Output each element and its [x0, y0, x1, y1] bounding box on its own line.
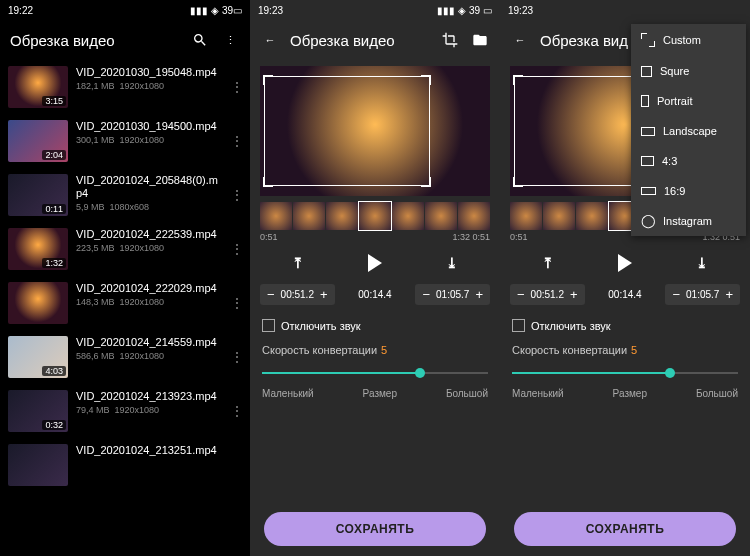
plus-icon[interactable]: +	[318, 287, 330, 302]
page-title: Обрезка видео	[10, 32, 180, 49]
landscape-icon	[641, 127, 655, 136]
signal-icon: ▮▮▮	[190, 5, 208, 16]
video-filename: VID_20201024_222539.mp4	[76, 228, 222, 241]
item-more-icon[interactable]: ⋮	[230, 403, 242, 419]
plus-icon[interactable]: +	[473, 287, 485, 302]
time-start: 0:51	[510, 232, 528, 242]
folder-icon[interactable]	[470, 30, 490, 50]
minus-icon[interactable]: −	[265, 287, 277, 302]
video-item[interactable]: 3:15 VID_20201030_195048.mp4182,1 MB 192…	[0, 60, 250, 114]
search-icon[interactable]	[190, 30, 210, 50]
duration-badge: 4:03	[42, 366, 66, 376]
video-item[interactable]: 0:32 VID_20201024_213923.mp479,4 MB 1920…	[0, 384, 250, 438]
skip-end-icon[interactable]: ⤓	[696, 255, 708, 271]
more-icon[interactable]: ⋮	[220, 30, 240, 50]
video-item[interactable]: 0:11 VID_20201024_205848(0).mp45,9 MB 10…	[0, 168, 250, 222]
ratio-16-9-icon	[641, 187, 656, 195]
item-more-icon[interactable]: ⋮	[230, 79, 242, 95]
save-button[interactable]: СОХРАНЯТЬ	[264, 512, 486, 546]
item-more-icon[interactable]: ⋮	[230, 133, 242, 149]
status-bar: 19:23	[500, 0, 750, 20]
aspect-custom[interactable]: Custom	[631, 24, 746, 56]
back-icon[interactable]: ←	[260, 30, 280, 50]
aspect-landscape[interactable]: Landscape	[631, 116, 746, 146]
aspect-instagram[interactable]: ◯Instagram	[631, 206, 746, 236]
play-icon[interactable]	[368, 254, 382, 272]
screen-video-list: 19:22 ▮▮▮ ◈ 39▭ Обрезка видео ⋮ 3:15 VID…	[0, 0, 250, 556]
time-end: 1:32 0:51	[452, 232, 490, 242]
crop-icon[interactable]	[440, 30, 460, 50]
skip-end-icon[interactable]: ⤓	[446, 255, 458, 271]
item-more-icon[interactable]: ⋮	[230, 241, 242, 257]
aspect-portrait[interactable]: Portrait	[631, 86, 746, 116]
battery-icon: 39▭	[222, 5, 242, 16]
plus-icon[interactable]: +	[723, 287, 735, 302]
speed-row: Скорость конвертации5	[250, 340, 500, 360]
aspect-16-9[interactable]: 16:9	[631, 176, 746, 206]
status-icons: ▮▮▮ ◈ 39▭	[190, 5, 242, 16]
item-more-icon[interactable]: ⋮	[230, 295, 242, 311]
crop-frame[interactable]	[264, 76, 430, 186]
video-meta: 586,6 MB 1920x1080	[76, 351, 222, 361]
video-filename: VID_20201030_194500.mp4	[76, 120, 222, 133]
plus-icon[interactable]: +	[568, 287, 580, 302]
video-thumbnail: 4:03	[8, 336, 68, 378]
slider-thumb[interactable]	[665, 368, 675, 378]
item-more-icon[interactable]: ⋮	[230, 187, 242, 203]
status-bar: 19:23 ▮▮▮ ◈ 39▭	[250, 0, 500, 20]
duration-badge: 3:15	[42, 96, 66, 106]
mute-checkbox[interactable]	[512, 319, 525, 332]
video-meta: 223,5 MB 1920x1080	[76, 243, 222, 253]
speed-slider[interactable]	[512, 366, 738, 380]
status-time: 19:23	[508, 5, 533, 16]
trim-duration: 00:14.4	[358, 289, 391, 300]
screen-editor: 19:23 ▮▮▮ ◈ 39▭ ← Обрезка видео 0:51 1:3…	[250, 0, 500, 556]
video-item[interactable]: 1:32 VID_20201024_222539.mp4223,5 MB 192…	[0, 222, 250, 276]
video-item[interactable]: VID_20201024_213251.mp4	[0, 438, 250, 492]
video-filename: VID_20201024_213251.mp4	[76, 444, 242, 457]
video-filename: VID_20201024_222029.mp4	[76, 282, 222, 295]
item-more-icon[interactable]: ⋮	[230, 349, 242, 365]
playback-controls: ⤒ ⤓	[500, 248, 750, 278]
slider-thumb[interactable]	[415, 368, 425, 378]
timeline-labels: 0:51 1:32 0:51	[250, 232, 500, 242]
save-button[interactable]: СОХРАНЯТЬ	[514, 512, 736, 546]
ratio-4-3-icon	[641, 156, 654, 166]
status-bar: 19:22 ▮▮▮ ◈ 39▭	[0, 0, 250, 20]
trim-steppers: −00:51.2+ 00:14.4 −01:05.7+	[250, 278, 500, 311]
aspect-square[interactable]: Squre	[631, 56, 746, 86]
video-thumbnail: 0:11	[8, 174, 68, 216]
video-list: 3:15 VID_20201030_195048.mp4182,1 MB 192…	[0, 60, 250, 492]
video-item[interactable]: VID_20201024_222029.mp4148,3 MB 1920x108…	[0, 276, 250, 330]
mute-row[interactable]: Отключить звук	[250, 311, 500, 340]
back-icon[interactable]: ←	[510, 30, 530, 50]
aspect-4-3[interactable]: 4:3	[631, 146, 746, 176]
minus-icon[interactable]: −	[515, 287, 527, 302]
header: Обрезка видео ⋮	[0, 20, 250, 60]
skip-start-icon[interactable]: ⤒	[542, 255, 554, 271]
video-filename: VID_20201024_214559.mp4	[76, 336, 222, 349]
video-thumbnail: 0:32	[8, 390, 68, 432]
mute-checkbox[interactable]	[262, 319, 275, 332]
video-filename: VID_20201030_195048.mp4	[76, 66, 222, 79]
instagram-icon: ◯	[641, 216, 655, 226]
speed-slider[interactable]	[262, 366, 488, 380]
video-item[interactable]: 4:03 VID_20201024_214559.mp4586,6 MB 192…	[0, 330, 250, 384]
mute-row[interactable]: Отключить звук	[500, 311, 750, 340]
video-item[interactable]: 2:04 VID_20201030_194500.mp4300,1 MB 192…	[0, 114, 250, 168]
aspect-ratio-menu: Custom Squre Portrait Landscape 4:3 16:9…	[631, 24, 746, 236]
minus-icon[interactable]: −	[420, 287, 432, 302]
video-meta: 148,3 MB 1920x1080	[76, 297, 222, 307]
duration-badge: 0:32	[42, 420, 66, 430]
timeline[interactable]	[260, 202, 490, 230]
trim-duration: 00:14.4	[608, 289, 641, 300]
trim-steppers: −00:51.2+ 00:14.4 −01:05.7+	[500, 278, 750, 311]
minus-icon[interactable]: −	[670, 287, 682, 302]
header: ← Обрезка видео	[250, 20, 500, 60]
video-meta: 182,1 MB 1920x1080	[76, 81, 222, 91]
video-preview[interactable]	[260, 66, 490, 196]
skip-start-icon[interactable]: ⤒	[292, 255, 304, 271]
play-icon[interactable]	[618, 254, 632, 272]
trim-end-stepper: −01:05.7+	[665, 284, 740, 305]
video-filename: VID_20201024_213923.mp4	[76, 390, 222, 403]
